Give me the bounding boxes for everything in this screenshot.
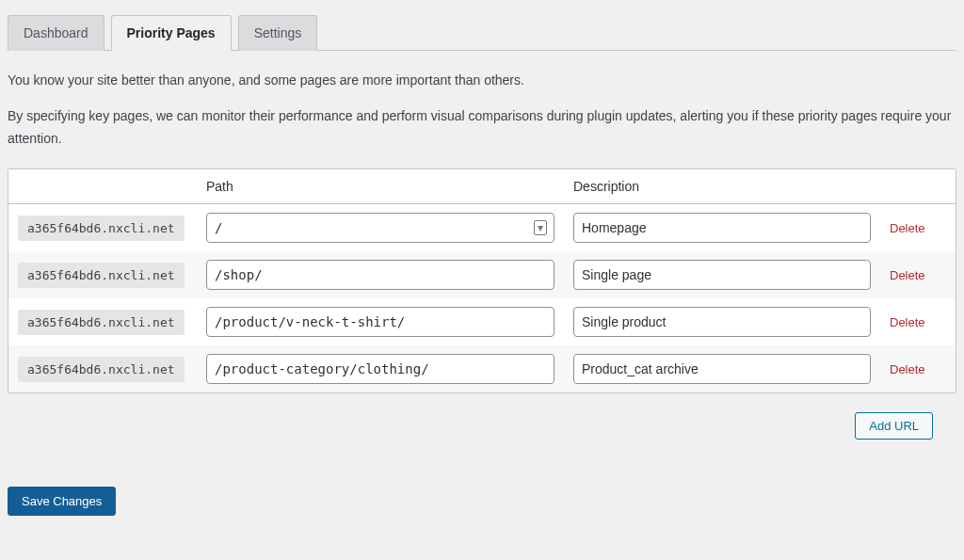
intro-paragraph-2: By specifying key pages, we can monitor … [8, 105, 956, 151]
col-header-action [880, 169, 956, 204]
intro-paragraph-1: You know your site better than anyone, a… [8, 70, 956, 92]
table-row: a365f64bd6.nxcli.netDelete [8, 345, 956, 392]
path-input[interactable] [206, 260, 554, 290]
col-header-path: Path [197, 169, 564, 204]
domain-label: a365f64bd6.nxcli.net [18, 310, 185, 335]
domain-label: a365f64bd6.nxcli.net [18, 357, 185, 382]
domain-label: a365f64bd6.nxcli.net [18, 216, 185, 241]
description-input[interactable] [573, 354, 871, 384]
autofill-icon[interactable]: ▾ [534, 220, 547, 235]
tab-dashboard[interactable]: Dashboard [8, 15, 104, 51]
table-row: a365f64bd6.nxcli.net▾Delete [8, 204, 956, 251]
delete-link[interactable]: Delete [890, 362, 925, 376]
tab-priority-pages[interactable]: Priority Pages [111, 15, 232, 51]
table-row: a365f64bd6.nxcli.netDelete [8, 251, 956, 298]
delete-link[interactable]: Delete [890, 268, 925, 282]
domain-label: a365f64bd6.nxcli.net [18, 263, 185, 288]
priority-pages-table: Path Description a365f64bd6.nxcli.net▾De… [8, 168, 956, 393]
save-changes-button[interactable]: Save Changes [8, 487, 116, 516]
tabs-nav: Dashboard Priority Pages Settings [8, 15, 956, 51]
description-input[interactable] [573, 307, 871, 337]
tab-settings[interactable]: Settings [238, 15, 318, 51]
path-input[interactable] [206, 354, 554, 384]
description-input[interactable] [573, 213, 871, 243]
add-url-button[interactable]: Add URL [855, 412, 933, 440]
intro-text: You know your site better than anyone, a… [8, 70, 956, 150]
delete-link[interactable]: Delete [890, 221, 925, 235]
col-header-domain [8, 169, 197, 204]
col-header-description: Description [564, 169, 880, 204]
delete-link[interactable]: Delete [890, 315, 925, 329]
path-input[interactable] [206, 213, 554, 243]
path-input[interactable] [206, 307, 554, 337]
description-input[interactable] [573, 260, 871, 290]
table-row: a365f64bd6.nxcli.netDelete [8, 298, 956, 345]
